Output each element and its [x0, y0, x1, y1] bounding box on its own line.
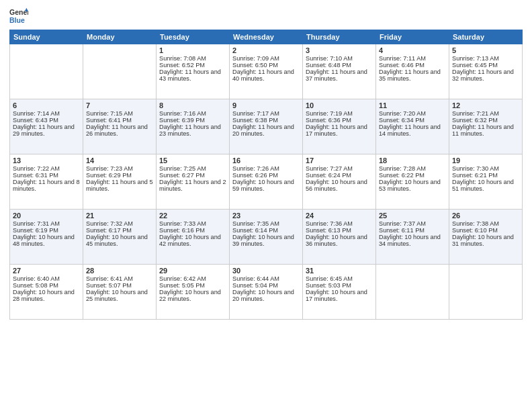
- day-info: Daylight: 10 hours and 42 minutes.: [159, 234, 226, 247]
- day-cell: 21Sunrise: 7:32 AMSunset: 6:17 PMDayligh…: [83, 210, 157, 265]
- day-info: Sunset: 6:46 PM: [379, 62, 446, 68]
- day-info: Daylight: 10 hours and 25 minutes.: [86, 289, 153, 302]
- day-info: Sunrise: 7:14 AM: [13, 110, 80, 117]
- day-info: Sunset: 6:24 PM: [306, 172, 373, 179]
- col-header-monday: Monday: [83, 30, 157, 44]
- svg-text:General: General: [9, 8, 28, 16]
- day-number: 15: [159, 156, 226, 165]
- day-info: Daylight: 10 hours and 28 minutes.: [13, 289, 80, 302]
- week-row-2: 6Sunrise: 7:14 AMSunset: 6:43 PMDaylight…: [10, 99, 523, 154]
- day-info: Daylight: 10 hours and 51 minutes.: [452, 179, 519, 192]
- header-row: SundayMondayTuesdayWednesdayThursdayFrid…: [10, 30, 523, 44]
- day-info: Sunrise: 6:41 AM: [86, 275, 153, 282]
- day-info: Daylight: 10 hours and 20 minutes.: [232, 289, 300, 302]
- day-info: Daylight: 11 hours and 14 minutes.: [379, 124, 446, 137]
- header: General Blue: [9, 7, 523, 26]
- day-number: 21: [86, 212, 153, 220]
- day-number: 28: [86, 267, 153, 275]
- day-info: Sunset: 6:31 PM: [13, 172, 80, 179]
- day-number: 29: [159, 267, 226, 275]
- day-info: Sunrise: 7:35 AM: [232, 220, 300, 227]
- day-number: 3: [306, 46, 373, 54]
- day-cell: 9Sunrise: 7:17 AMSunset: 6:38 PMDaylight…: [230, 99, 303, 154]
- day-number: 19: [452, 156, 519, 165]
- day-cell: [10, 44, 83, 99]
- day-info: Sunset: 6:14 PM: [232, 227, 300, 234]
- col-header-thursday: Thursday: [303, 30, 376, 44]
- day-info: Daylight: 10 hours and 31 minutes.: [452, 234, 519, 247]
- day-info: Sunrise: 7:37 AM: [379, 220, 446, 227]
- day-info: Sunset: 6:36 PM: [306, 117, 373, 124]
- day-info: Sunset: 6:32 PM: [452, 117, 519, 124]
- logo-icon: General Blue: [9, 7, 28, 26]
- day-cell: 24Sunrise: 7:36 AMSunset: 6:13 PMDayligh…: [303, 210, 376, 265]
- col-header-friday: Friday: [376, 30, 449, 44]
- day-number: 24: [306, 212, 373, 220]
- day-info: Sunrise: 7:31 AM: [13, 220, 80, 227]
- day-info: Daylight: 10 hours and 34 minutes.: [379, 234, 446, 247]
- day-cell: 22Sunrise: 7:33 AMSunset: 6:16 PMDayligh…: [157, 210, 230, 265]
- day-info: Sunset: 5:07 PM: [86, 282, 153, 289]
- day-number: 7: [86, 101, 153, 109]
- day-info: Sunrise: 7:32 AM: [86, 220, 153, 227]
- day-number: 13: [13, 156, 80, 165]
- calendar-table: SundayMondayTuesdayWednesdayThursdayFrid…: [9, 30, 523, 320]
- day-cell: 11Sunrise: 7:20 AMSunset: 6:34 PMDayligh…: [376, 99, 449, 154]
- day-cell: 7Sunrise: 7:15 AMSunset: 6:41 PMDaylight…: [83, 99, 157, 154]
- day-info: Daylight: 10 hours and 53 minutes.: [379, 179, 446, 192]
- week-row-1: 1Sunrise: 7:08 AMSunset: 6:52 PMDaylight…: [10, 44, 523, 99]
- day-info: Sunset: 6:11 PM: [379, 227, 446, 234]
- day-number: 23: [232, 212, 300, 220]
- day-info: Sunset: 6:22 PM: [379, 172, 446, 179]
- day-info: Sunset: 6:21 PM: [452, 172, 519, 179]
- day-cell: 15Sunrise: 7:25 AMSunset: 6:27 PMDayligh…: [157, 154, 230, 210]
- day-info: Daylight: 11 hours and 20 minutes.: [232, 124, 300, 137]
- day-info: Daylight: 11 hours and 5 minutes.: [86, 179, 153, 192]
- day-cell: 17Sunrise: 7:27 AMSunset: 6:24 PMDayligh…: [303, 154, 376, 210]
- col-header-wednesday: Wednesday: [230, 30, 303, 44]
- day-info: Sunrise: 7:16 AM: [159, 110, 226, 117]
- logo: General Blue: [9, 7, 28, 26]
- day-info: Sunrise: 7:27 AM: [306, 165, 373, 172]
- day-number: 26: [452, 212, 519, 220]
- day-cell: 6Sunrise: 7:14 AMSunset: 6:43 PMDaylight…: [10, 99, 83, 154]
- day-number: 11: [379, 101, 446, 109]
- day-info: Daylight: 11 hours and 17 minutes.: [306, 124, 373, 137]
- day-info: Sunrise: 7:22 AM: [13, 165, 80, 172]
- day-cell: 31Sunrise: 6:45 AMSunset: 5:03 PMDayligh…: [303, 265, 376, 320]
- day-info: Sunrise: 7:33 AM: [159, 220, 226, 227]
- day-info: Daylight: 10 hours and 36 minutes.: [306, 234, 373, 247]
- day-cell: [83, 44, 157, 99]
- day-info: Sunrise: 7:15 AM: [86, 110, 153, 117]
- day-cell: 3Sunrise: 7:10 AMSunset: 6:48 PMDaylight…: [303, 44, 376, 99]
- page: General Blue SundayMondayTuesdayWednesda…: [0, 0, 532, 411]
- day-info: Sunrise: 7:19 AM: [306, 110, 373, 117]
- day-info: Sunrise: 7:26 AM: [232, 165, 300, 172]
- day-number: 4: [379, 46, 446, 54]
- day-info: Daylight: 11 hours and 43 minutes.: [159, 68, 226, 82]
- day-info: Daylight: 10 hours and 22 minutes.: [159, 289, 226, 302]
- day-info: Sunset: 6:29 PM: [86, 172, 153, 179]
- day-cell: 19Sunrise: 7:30 AMSunset: 6:21 PMDayligh…: [449, 154, 523, 210]
- day-number: 17: [306, 156, 373, 165]
- day-cell: 8Sunrise: 7:16 AMSunset: 6:39 PMDaylight…: [157, 99, 230, 154]
- day-number: 10: [306, 101, 373, 109]
- day-info: Sunrise: 7:23 AM: [86, 165, 153, 172]
- day-number: 25: [379, 212, 446, 220]
- day-cell: 12Sunrise: 7:21 AMSunset: 6:32 PMDayligh…: [449, 99, 523, 154]
- day-cell: 29Sunrise: 6:42 AMSunset: 5:05 PMDayligh…: [157, 265, 230, 320]
- day-info: Sunrise: 7:21 AM: [452, 110, 519, 117]
- day-info: Sunset: 6:41 PM: [86, 117, 153, 124]
- week-row-4: 20Sunrise: 7:31 AMSunset: 6:19 PMDayligh…: [10, 210, 523, 265]
- day-number: 1: [159, 46, 226, 54]
- day-number: 12: [452, 101, 519, 109]
- day-number: 31: [306, 267, 373, 275]
- day-info: Sunrise: 6:44 AM: [232, 275, 300, 282]
- day-cell: 16Sunrise: 7:26 AMSunset: 6:26 PMDayligh…: [230, 154, 303, 210]
- day-number: 9: [232, 101, 300, 109]
- day-cell: 1Sunrise: 7:08 AMSunset: 6:52 PMDaylight…: [157, 44, 230, 99]
- day-info: Sunset: 5:04 PM: [232, 282, 300, 289]
- day-number: 5: [452, 46, 519, 54]
- day-number: 22: [159, 212, 226, 220]
- day-number: 30: [232, 267, 300, 275]
